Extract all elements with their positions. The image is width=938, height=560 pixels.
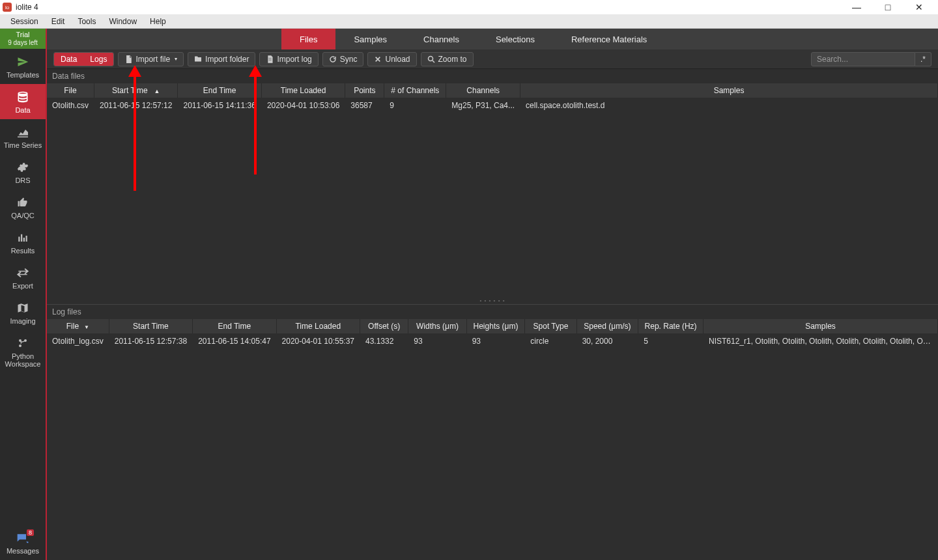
trial-sublabel: 9 days left [0,39,46,47]
data-logs-segment: Data Logs [53,52,114,66]
sync-button[interactable]: Sync [322,52,364,66]
col-samples[interactable]: Samples [520,83,938,98]
trial-label: Trial [0,31,46,39]
import-file-button[interactable]: Import file ▾ [118,52,184,66]
col-samples[interactable]: Samples [704,319,938,333]
trial-badge: Trial 9 days left [0,29,46,49]
sidebar-item-label: Imaging [10,317,35,325]
col-time-loaded[interactable]: Time Loaded [261,83,345,98]
sidebar-item-python[interactable]: Python Workspace [0,330,46,373]
sidebar-item-messages[interactable]: 8 Messages [0,525,46,560]
table-row[interactable]: Otolith.csv 2011-06-15 12:57:12 2011-06-… [47,98,938,113]
folder-icon [194,55,202,63]
map-icon [16,301,30,315]
sort-asc-icon: ▲ [154,88,160,94]
sidebar-item-label: Messages [7,547,39,555]
log-files-label: Log files [47,305,938,319]
area-chart-icon [16,126,30,139]
col-time-loaded[interactable]: Time Loaded [276,319,360,333]
annotation-arrow-2-stem [254,77,257,175]
sidebar-item-label: Python Workspace [1,352,44,368]
col-file[interactable]: File [47,83,94,98]
col-heights[interactable]: Heights (μm) [466,319,525,333]
col-widths[interactable]: Widths (μm) [408,319,466,333]
menu-help[interactable]: Help [143,16,173,27]
search-input[interactable] [811,52,915,66]
chevron-down-icon: ▾ [175,56,177,62]
col-points[interactable]: Points [345,83,384,98]
gear-icon [16,161,30,174]
bar-chart-icon [16,231,30,244]
col-end-time[interactable]: End Time [178,83,261,98]
tab-samples[interactable]: Samples [335,29,405,49]
col-rep-rate[interactable]: Rep. Rate (Hz) [638,319,704,333]
branch-icon [16,337,30,350]
window-maximize-button[interactable]: □ [878,2,898,12]
sidebar-item-data[interactable]: Data [0,84,46,119]
messages-badge: 8 [27,529,34,536]
paper-plane-icon [16,55,30,68]
menubar: Session Edit Tools Window Help [0,14,938,29]
window-minimize-button[interactable]: — [847,2,866,12]
col-speed[interactable]: Speed (μm/s) [576,319,638,333]
menu-session[interactable]: Session [4,16,45,27]
sync-icon [329,55,337,63]
sidebar-item-label: Data [15,106,30,114]
window-close-button[interactable]: ✕ [909,2,929,12]
data-files-label: Data files [47,69,938,83]
log-file-icon [266,55,274,63]
magnifier-icon [427,55,435,63]
thumbs-up-icon [16,196,30,209]
sidebar-item-label: Export [12,282,33,290]
menu-edit[interactable]: Edit [45,16,72,27]
sidebar-item-label: Time Series [4,141,42,149]
menu-window[interactable]: Window [102,16,143,27]
col-end-time[interactable]: End Time [193,319,276,333]
sidebar-item-timeseries[interactable]: Time Series [0,119,46,154]
sidebar-item-label: QA/QC [11,212,34,219]
svg-point-0 [428,56,433,61]
messages-icon: 8 [16,531,30,544]
sidebar-item-imaging[interactable]: Imaging [0,295,46,330]
col-channels[interactable]: Channels [446,83,520,98]
annotation-arrow-1 [128,65,141,77]
pane-splitter[interactable]: • • • • • • [47,297,938,304]
data-files-table: File Start Time▲ End Time Time Loaded Po… [47,83,938,113]
tab-channels[interactable]: Channels [405,29,477,49]
search-regex-button[interactable]: .* [915,52,931,66]
import-folder-button[interactable]: Import folder [188,52,255,66]
zoom-to-button[interactable]: Zoom to [421,52,474,66]
database-icon [16,91,30,104]
sidebar: Trial 9 days left Templates Data Time Se… [0,29,47,560]
sidebar-item-drs[interactable]: DRS [0,154,46,189]
col-offset[interactable]: Offset (s) [360,319,408,333]
window-title: iolite 4 [16,3,38,12]
menu-tools[interactable]: Tools [71,16,102,27]
tab-refmaterials[interactable]: Reference Materials [553,29,665,49]
chevron-down-icon: ▼ [84,324,89,330]
seg-logs-button[interactable]: Logs [83,53,113,66]
sidebar-item-qaqc[interactable]: QA/QC [0,189,46,225]
unload-button[interactable]: Unload [367,52,416,66]
annotation-arrow-2 [249,65,262,77]
table-row[interactable]: Otolith_log.csv 2011-06-15 12:57:38 2011… [47,333,938,349]
toolbar: Data Logs Import file ▾ Import folder [47,49,938,69]
seg-data-button[interactable]: Data [54,53,83,66]
col-nchannels[interactable]: # of Channels [384,83,446,98]
sidebar-item-label: Templates [7,71,39,79]
col-start-time[interactable]: Start Time [109,319,192,333]
sidebar-item-templates[interactable]: Templates [0,49,46,84]
annotation-arrow-1-stem [134,77,136,191]
col-file[interactable]: File▼ [47,319,109,333]
app-icon: io [3,3,12,12]
tab-files[interactable]: Files [281,29,335,49]
titlebar: io iolite 4 — □ ✕ [0,0,938,14]
sidebar-item-results[interactable]: Results [0,225,46,260]
log-files-table: File▼ Start Time End Time Time Loaded Of… [47,319,938,349]
view-tabs: Files Samples Channels Selections Refere… [47,29,938,49]
sidebar-item-export[interactable]: Export [0,260,46,295]
sidebar-item-label: Results [11,247,35,255]
col-spot-type[interactable]: Spot Type [525,319,576,333]
tab-selections[interactable]: Selections [477,29,553,49]
import-log-button[interactable]: Import log [259,52,318,66]
